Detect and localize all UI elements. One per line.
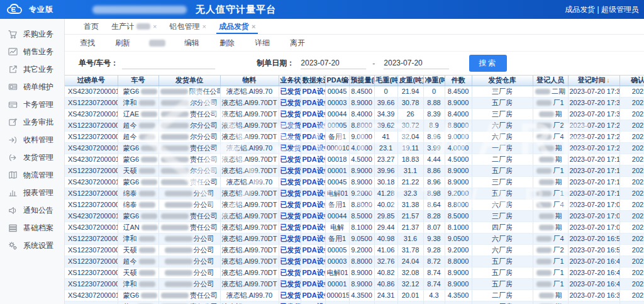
sidebar-item-8[interactable]: 发货管理 bbox=[0, 149, 64, 166]
cell-src: PDA设备 bbox=[301, 131, 325, 142]
cell-reg: 期 bbox=[533, 142, 568, 154]
column-header-pre[interactable]: 预提量(吨) bbox=[349, 76, 374, 86]
table-row[interactable]: XS12230720000089津和尔分公司液态铝.Al99.70DT已发货PD… bbox=[65, 97, 644, 108]
cell-net: 8.86 bbox=[423, 165, 445, 176]
blurred-text bbox=[161, 145, 189, 151]
column-header-src[interactable]: 数据来源 bbox=[301, 76, 325, 86]
column-header-time[interactable]: 登记时间↓ bbox=[568, 76, 619, 86]
table-row[interactable]: XS4230720000120蒙G6限责任公司液态铝.Al99.70已发货PDA… bbox=[65, 86, 644, 97]
table-row[interactable]: XS12230720000079天硕分公司液态铝.Al99.70DT已发货PDA… bbox=[65, 267, 644, 278]
tab-3[interactable]: 铝包管理× bbox=[163, 19, 212, 34]
sidebar-item-11[interactable]: 通知公告 bbox=[0, 201, 64, 219]
tab-label: 铝包管理 bbox=[169, 21, 199, 32]
date-to-input[interactable] bbox=[384, 58, 449, 69]
toolbar-button-4[interactable]: 编辑 bbox=[183, 37, 201, 50]
cell-pre: 8.5000 bbox=[349, 210, 374, 222]
sidebar-item-2[interactable]: 销售业务 bbox=[0, 43, 64, 60]
cell-no: XS4230720000120 bbox=[65, 86, 118, 97]
toolbar-button-7[interactable]: 离开 bbox=[289, 37, 306, 50]
column-header-net[interactable]: 净重(吨) bbox=[423, 76, 445, 86]
tab-close-icon[interactable]: × bbox=[252, 23, 255, 30]
table-row[interactable]: XS4230720000117蒙G责任公司液态铝.Al99.70DT已发货PDA… bbox=[65, 301, 644, 304]
table-row[interactable]: XS4230720000109蒙G6责任公司液态铝.Al99.70已发货PDA设… bbox=[65, 176, 644, 188]
sidebar-item-4[interactable]: 磅单维护 bbox=[0, 78, 64, 96]
blurred-text bbox=[165, 202, 192, 208]
app-root: 专业版 无人值守计量平台 成品发货 | 超级管理员 采购业务 销售业务 其它业务… bbox=[0, 0, 644, 304]
cell-pda: 00044 bbox=[325, 210, 349, 222]
table-row[interactable]: XS12230720000082绵泰分公司液态铝.Al99.70DT已发货PDA… bbox=[65, 199, 644, 210]
search-button[interactable]: 搜索 bbox=[469, 55, 507, 72]
sidebar-item-10[interactable]: 报表管理 bbox=[0, 184, 64, 201]
table-row[interactable]: XS4230720000116辽AE责任公司液态铝.Al99.70DT已发货PD… bbox=[65, 108, 644, 120]
sidebar-item-3[interactable]: 其它业务 bbox=[0, 60, 64, 78]
table-row[interactable]: XS12230720000088超今尔分公司液态铝.Al99.70DT已发货PD… bbox=[65, 120, 644, 131]
cell-net: 4.3 bbox=[423, 290, 445, 301]
column-header-pda[interactable]: PDA编号 bbox=[325, 76, 349, 86]
cell-car: 津和 bbox=[118, 97, 158, 108]
toolbar-button-6[interactable]: 详细 bbox=[253, 37, 271, 50]
table-row[interactable]: XS4230720000124蒙G6责任公司液态铝.Al99.70已发货PDA设… bbox=[65, 142, 644, 154]
sidebar-item-6[interactable]: 业务审批 bbox=[0, 113, 64, 131]
tab-close-icon[interactable]: × bbox=[153, 23, 157, 30]
table-row[interactable]: XS4230720000115蒙G6责任公司液态铝.Al99.70已发货PDA设… bbox=[65, 290, 644, 301]
table-row[interactable]: XS4230720000123蒙G6责任公司液态铝.Al99.70DT已发货PD… bbox=[65, 154, 644, 165]
table-row[interactable]: XS12230720000080天硕尔分公司液态铝.Al99.70DT已发货PD… bbox=[65, 165, 644, 176]
cell-no: XS4230720000117 bbox=[65, 301, 118, 304]
sidebar-item-13[interactable]: 系统设置 bbox=[0, 237, 64, 254]
toolbar-button-5[interactable]: 删除 bbox=[218, 37, 236, 50]
cell-reg: 期 bbox=[533, 222, 568, 233]
cell-status: 已发货 bbox=[279, 108, 301, 120]
column-header-status[interactable]: 业务状态 bbox=[279, 76, 301, 86]
column-header-tare[interactable]: 皮重(吨) bbox=[397, 76, 423, 86]
column-header-unit[interactable]: 发货单位 bbox=[158, 76, 220, 86]
table-row[interactable]: XS12230720000083天硕分公司液态铝.Al99.70DT已发货PDA… bbox=[65, 244, 644, 256]
table-row[interactable]: XS12230720000090超今尔分公司液态铝.Al99.70DT已发货PD… bbox=[65, 131, 644, 142]
order-car-input[interactable] bbox=[122, 58, 215, 69]
tab-close-icon[interactable]: × bbox=[202, 23, 206, 30]
table-row[interactable]: XS4230720000119辽AN责任公司液态铝.Al99.70DT已发货PD… bbox=[65, 222, 644, 233]
toolbar-button-2[interactable]: 刷新 bbox=[114, 37, 131, 50]
ship-icon bbox=[8, 153, 18, 162]
column-header-car[interactable]: 车号 bbox=[118, 76, 158, 86]
toolbar-button-1[interactable]: 查找 bbox=[79, 37, 96, 50]
cell-pda: 00045 bbox=[325, 86, 349, 97]
user-menu[interactable]: 成品发货 | 超级管理员 bbox=[565, 4, 639, 15]
column-header-mat[interactable]: 物料 bbox=[220, 76, 279, 86]
date-from-input[interactable] bbox=[301, 58, 366, 69]
tab-2[interactable]: 生产计× bbox=[105, 19, 163, 34]
sidebar-item-5[interactable]: 卡务管理 bbox=[0, 96, 64, 113]
cell-reg: 厂4 bbox=[533, 131, 568, 142]
tab-1[interactable]: 首页 bbox=[77, 19, 105, 34]
table-row[interactable]: XS4230720000113蒙G6责任公司液态铝.Al99.70DT已发货PD… bbox=[65, 210, 644, 222]
sidebar-item-9[interactable]: 物流管理 bbox=[0, 166, 64, 184]
table-row[interactable]: XS12230720000087津和分公司液态铝.Al99.70DT已发货PDA… bbox=[65, 233, 644, 244]
blurred-text bbox=[139, 236, 155, 242]
blurred-text bbox=[139, 123, 155, 128]
cell-net: 3.99 bbox=[423, 142, 445, 154]
cell-pre: 8.1000 bbox=[349, 222, 374, 233]
table-row[interactable]: XS12230720000086绵泰分公司液态铝.Al99.70DT已发货PDA… bbox=[65, 188, 644, 199]
column-header-reg[interactable]: 登记人员 bbox=[533, 76, 568, 86]
cell-wh: 二厂房 bbox=[472, 290, 533, 301]
column-header-no[interactable]: 过磅单号 bbox=[65, 76, 118, 86]
table-row[interactable]: XS12230720000085超今分公司液态铝.Al99.70DT已发货PDA… bbox=[65, 256, 644, 267]
cell-time: 2023-07-20 16:46 bbox=[568, 278, 619, 290]
tab-4[interactable]: 成品发货× bbox=[213, 19, 262, 34]
column-header-confirm[interactable]: 确认时间 bbox=[619, 76, 644, 86]
table-row[interactable]: XS12230720000084津和分公司液态铝.Al99.70DT已发货PDA… bbox=[65, 278, 644, 290]
column-header-gross[interactable]: 毛重(吨) bbox=[374, 76, 397, 86]
toolbar-button-blurred[interactable] bbox=[149, 40, 165, 47]
cell-pda: 00005 bbox=[325, 244, 349, 256]
column-header-pcs[interactable]: 件数 bbox=[445, 76, 472, 86]
cell-tare: 21.94 bbox=[397, 86, 423, 97]
sidebar-item-7[interactable]: 收料管理 bbox=[0, 131, 64, 149]
sidebar-item-12[interactable]: 基础档案 bbox=[0, 219, 64, 237]
cell-no: XS4230720000115 bbox=[65, 290, 118, 301]
cell-pcs: 8.9000 bbox=[445, 176, 472, 188]
cell-confirm: 2023-07 bbox=[619, 131, 644, 142]
sidebar-item-1[interactable]: 采购业务 bbox=[0, 25, 64, 43]
cell-wh: 六厂房 bbox=[472, 131, 533, 142]
logistics-icon bbox=[8, 171, 18, 180]
cell-car: 辽AN bbox=[118, 222, 158, 233]
column-header-wh[interactable]: 发货仓库 bbox=[472, 76, 533, 86]
